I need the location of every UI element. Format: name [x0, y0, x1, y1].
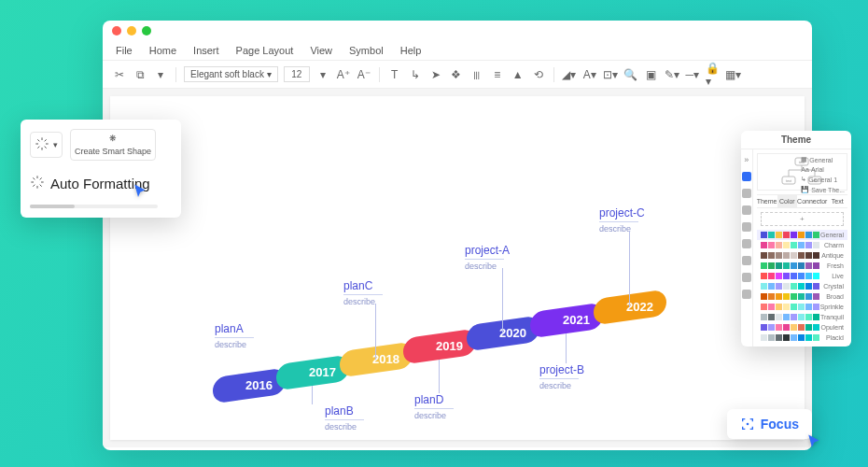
- line-icon[interactable]: ─▾: [685, 67, 700, 82]
- color-swatch[interactable]: [768, 314, 775, 320]
- color-swatch[interactable]: [776, 273, 782, 279]
- sidebar-tool-1[interactable]: [742, 172, 751, 181]
- color-swatch[interactable]: [783, 252, 790, 259]
- focus-button[interactable]: Focus: [727, 409, 812, 439]
- color-swatch[interactable]: [768, 283, 775, 290]
- auto-format-slider[interactable]: [30, 205, 158, 208]
- search-icon[interactable]: 🔍: [623, 67, 638, 82]
- color-swatch[interactable]: [768, 232, 775, 238]
- copy-icon[interactable]: ⧉: [133, 67, 147, 82]
- color-swatch[interactable]: [783, 304, 790, 310]
- sidebar-tool-8[interactable]: [742, 290, 751, 299]
- font-increase-icon[interactable]: A⁺: [336, 67, 351, 82]
- create-smart-shape-button[interactable]: ❋ Create Smart Shape: [70, 129, 156, 161]
- chevron-down-icon[interactable]: ▾: [315, 67, 330, 82]
- swatch-set-tranquil[interactable]: Tranquil: [757, 312, 847, 322]
- cut-icon[interactable]: ✂: [112, 67, 127, 82]
- swatch-set-crystal[interactable]: Crystal: [757, 281, 847, 291]
- color-swatch[interactable]: [776, 324, 782, 331]
- tab-color[interactable]: Color: [777, 195, 798, 207]
- color-swatch[interactable]: [805, 262, 812, 269]
- swatch-set-opulent[interactable]: Opulent: [757, 322, 847, 333]
- color-swatch[interactable]: [798, 252, 805, 259]
- color-swatch[interactable]: [813, 314, 819, 320]
- color-swatch[interactable]: [813, 232, 819, 238]
- chevron-down-icon[interactable]: ▾: [153, 67, 168, 82]
- color-swatch[interactable]: [798, 242, 805, 248]
- color-swatch[interactable]: [761, 232, 767, 238]
- color-swatch[interactable]: [813, 283, 819, 290]
- font-size-input[interactable]: 12: [284, 66, 310, 82]
- color-swatch[interactable]: [776, 242, 782, 248]
- color-swatch[interactable]: [761, 324, 767, 331]
- color-swatch[interactable]: [813, 262, 819, 269]
- color-swatch[interactable]: [768, 334, 775, 341]
- menu-view[interactable]: View: [310, 45, 332, 56]
- tab-connector[interactable]: Connector: [797, 195, 827, 207]
- swatch-set-charm[interactable]: Charm: [757, 240, 847, 250]
- color-swatch[interactable]: [798, 334, 805, 341]
- menu-insert[interactable]: Insert: [193, 45, 219, 56]
- color-swatch[interactable]: [791, 273, 797, 279]
- timeline-pill-2016[interactable]: 2016: [213, 368, 286, 404]
- color-swatch[interactable]: [798, 314, 805, 320]
- color-swatch[interactable]: [768, 252, 775, 259]
- color-swatch[interactable]: [791, 232, 797, 238]
- color-swatch[interactable]: [761, 314, 767, 320]
- distribute-icon[interactable]: ⫼: [469, 67, 484, 82]
- sidebar-tool-4[interactable]: [742, 222, 751, 232]
- menu-page-layout[interactable]: Page Layout: [236, 45, 294, 56]
- color-swatch[interactable]: [791, 334, 797, 341]
- flip-icon[interactable]: ▲: [511, 67, 525, 82]
- color-swatch[interactable]: [761, 293, 767, 300]
- connector-icon[interactable]: ↳: [408, 67, 423, 82]
- layers-icon[interactable]: ❖: [449, 67, 464, 82]
- color-swatch[interactable]: [776, 283, 782, 290]
- color-swatch[interactable]: [813, 252, 819, 259]
- font-family-select[interactable]: Elegant soft black ▾: [184, 66, 278, 82]
- menu-help[interactable]: Help: [400, 45, 422, 56]
- color-swatch[interactable]: [798, 304, 805, 310]
- collapse-icon[interactable]: »: [744, 155, 749, 164]
- color-swatch[interactable]: [805, 304, 812, 310]
- color-swatch[interactable]: [776, 232, 782, 238]
- sidebar-tool-5[interactable]: [742, 239, 751, 248]
- timeline-pill-2020[interactable]: 2020: [467, 316, 539, 352]
- color-swatch[interactable]: [798, 262, 805, 269]
- color-swatch[interactable]: [776, 304, 782, 310]
- window-close-icon[interactable]: [112, 26, 121, 35]
- color-swatch[interactable]: [783, 324, 790, 331]
- color-swatch[interactable]: [805, 334, 812, 341]
- color-swatch[interactable]: [805, 242, 812, 248]
- color-swatch[interactable]: [768, 324, 775, 331]
- color-swatch[interactable]: [761, 283, 767, 290]
- swatch-set-placid[interactable]: Placid: [757, 333, 847, 343]
- timeline-pill-2017[interactable]: 2017: [276, 355, 349, 391]
- crop-icon[interactable]: ⊡▾: [603, 67, 618, 82]
- color-swatch[interactable]: [783, 314, 790, 320]
- color-swatch[interactable]: [768, 262, 775, 269]
- color-swatch[interactable]: [768, 273, 775, 279]
- color-swatch[interactable]: [761, 304, 767, 310]
- sidebar-tool-6[interactable]: [742, 256, 751, 265]
- color-swatch[interactable]: [805, 252, 812, 259]
- color-swatch[interactable]: [805, 324, 812, 331]
- pen-icon[interactable]: ✎▾: [665, 67, 679, 82]
- add-theme-button[interactable]: +: [761, 212, 844, 226]
- swatch-set-live[interactable]: Live: [757, 271, 847, 281]
- color-swatch[interactable]: [791, 262, 797, 269]
- color-swatch[interactable]: [761, 262, 767, 269]
- color-swatch[interactable]: [798, 232, 805, 238]
- color-swatch[interactable]: [791, 252, 797, 259]
- page[interactable]: 2016planAdescribe2017planBdescribe2018pl…: [110, 96, 805, 440]
- color-swatch[interactable]: [783, 283, 790, 290]
- color-swatch[interactable]: [813, 324, 819, 331]
- color-swatch[interactable]: [798, 293, 805, 300]
- sidebar-tool-7[interactable]: [742, 273, 751, 282]
- sidebar-tool-2[interactable]: [742, 189, 751, 198]
- color-swatch[interactable]: [791, 293, 797, 300]
- color-swatch[interactable]: [768, 242, 775, 248]
- menu-file[interactable]: File: [116, 45, 133, 56]
- timeline-pill-2022[interactable]: 2022: [594, 290, 666, 326]
- tab-theme[interactable]: Theme: [757, 195, 777, 207]
